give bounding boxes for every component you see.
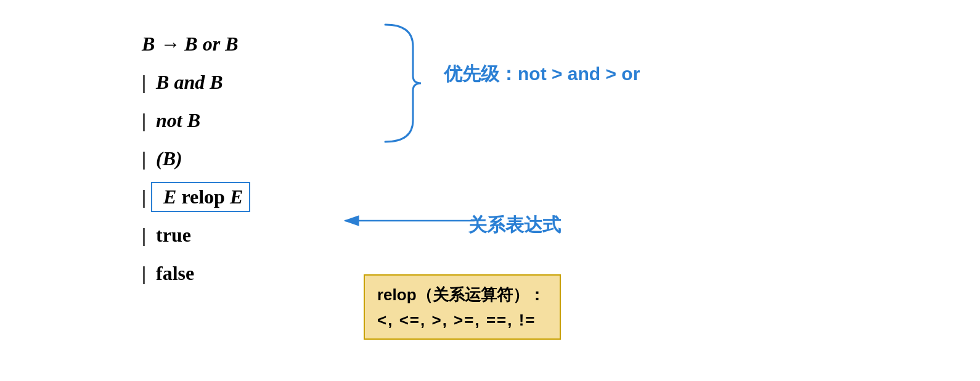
grammar-line-5: | E relop E [142,178,250,216]
pipe-5: | [142,186,146,208]
pipe-6: | [142,224,146,247]
main-container: B → B or B | B and B | not B | (B) | [0,0,980,381]
grammar-line-1: B → B or B [142,25,250,63]
relop-box-line2: <, <=, >, >=, ==, != [377,311,547,330]
grammar-line-3: | not B [142,101,250,139]
arrow-svg [321,203,493,240]
pipe-7: | [142,262,146,285]
rule-false: false [151,262,194,285]
pipe-2: | [142,71,146,94]
relop-info-box: relop（关系运算符）： <, <=, >, >=, ==, != [364,274,561,340]
pipe-3: | [142,109,146,132]
relop-box-line1: relop（关系运算符）： [377,284,547,306]
grammar-line-7: | false [142,254,250,292]
rule-not-b: not B [151,109,200,132]
rule-e-relop-e-box: E relop E [151,182,250,212]
grammar-block: B → B or B | B and B | not B | (B) | [142,25,250,292]
rule-paren-b: (B) [151,147,182,170]
rule-b-and-b: B and B [151,71,223,94]
rule-true: true [151,224,191,247]
priority-annotation: 优先级：not > and > or [444,62,640,87]
rule-b-or-b: B → B or B [142,33,238,55]
grammar-line-2: | B and B [142,63,250,101]
right-brace-svg [379,22,428,145]
grammar-line-6: | true [142,216,250,254]
relop-annotation-label: 关系表达式 [468,213,561,238]
pipe-4: | [142,147,146,170]
grammar-line-4: | (B) [142,139,250,178]
